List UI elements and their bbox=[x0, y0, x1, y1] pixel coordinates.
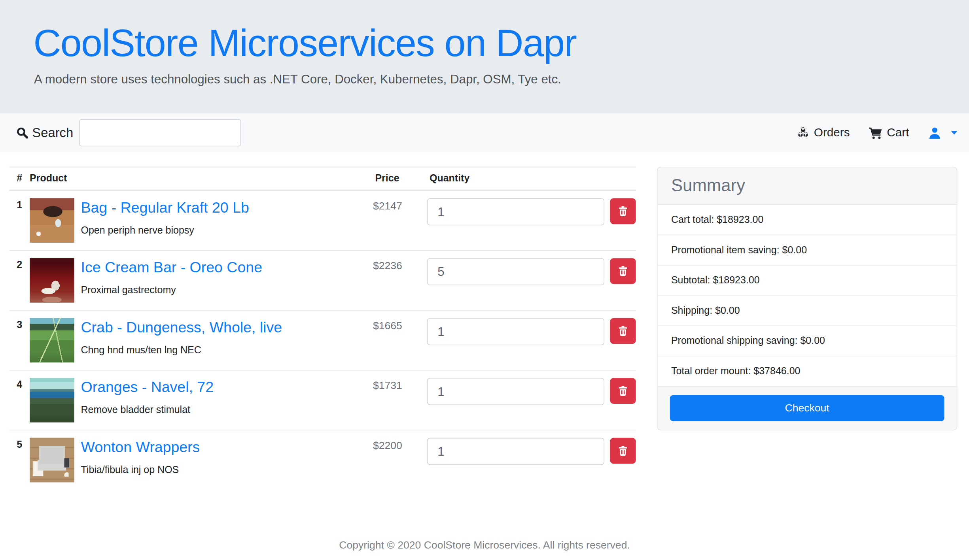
search-input[interactable] bbox=[79, 119, 240, 147]
table-row: 5 Wonton Wrappers Tibia/fibula inj op NO… bbox=[9, 430, 636, 490]
nav-item-orders[interactable]: Orders bbox=[797, 126, 850, 140]
product-info: Ice Cream Bar - Oreo Cone Proximal gastr… bbox=[81, 258, 262, 303]
product-price: $2200 bbox=[369, 430, 418, 490]
summary-panel: Summary Cart total: $18923.00 Promotiona… bbox=[657, 167, 957, 430]
product-cell: Bag - Regular Kraft 20 Lb Open periph ne… bbox=[30, 191, 369, 250]
page: CoolStore Microservices on Dapr A modern… bbox=[0, 0, 969, 560]
product-link[interactable]: Ice Cream Bar - Oreo Cone bbox=[81, 259, 262, 277]
quantity-input[interactable] bbox=[427, 438, 604, 465]
row-index: 5 bbox=[9, 430, 29, 490]
table-row: 1 Bag - Regular Kraft 20 Lb Open periph … bbox=[9, 191, 636, 250]
product-link[interactable]: Bag - Regular Kraft 20 Lb bbox=[81, 199, 249, 217]
quantity-cell bbox=[418, 371, 636, 430]
user-icon bbox=[927, 126, 942, 140]
nav-item-cart[interactable]: Cart bbox=[868, 126, 909, 140]
quantity-input[interactable] bbox=[427, 258, 604, 285]
search-icon bbox=[16, 126, 28, 139]
table-row: 4 Oranges - Navel, 72 Remove bladder sti… bbox=[9, 370, 636, 430]
cubes-icon bbox=[797, 126, 810, 139]
trash-icon bbox=[617, 206, 628, 217]
col-header-quantity: Quantity bbox=[421, 167, 636, 189]
quantity-cell bbox=[418, 430, 636, 490]
summary-item: Promotional item saving: $0.00 bbox=[658, 235, 957, 265]
row-index: 3 bbox=[9, 311, 29, 370]
product-info: Bag - Regular Kraft 20 Lb Open periph ne… bbox=[81, 198, 249, 243]
nav-links: Orders Cart bbox=[797, 126, 957, 140]
quantity-input[interactable] bbox=[427, 318, 604, 345]
product-price: $2236 bbox=[369, 251, 418, 310]
summary-item: Promotional shipping saving: $0.00 bbox=[658, 325, 957, 356]
product-price: $2147 bbox=[369, 191, 418, 250]
product-image bbox=[30, 318, 74, 363]
quantity-input[interactable] bbox=[427, 198, 604, 226]
user-menu[interactable] bbox=[927, 126, 957, 140]
jumbotron: CoolStore Microservices on Dapr A modern… bbox=[0, 0, 969, 114]
product-cell: Oranges - Navel, 72 Remove bladder stimu… bbox=[30, 371, 369, 430]
nav-cart-label: Cart bbox=[887, 126, 909, 140]
table-row: 2 Ice Cream Bar - Oreo Cone Proximal gas… bbox=[9, 250, 636, 310]
page-footer: Copyright © 2020 CoolStore Microservices… bbox=[0, 539, 969, 551]
summary-title: Summary bbox=[671, 176, 943, 196]
product-image bbox=[30, 198, 74, 243]
trash-icon bbox=[617, 325, 628, 336]
product-description: Remove bladder stimulat bbox=[81, 404, 214, 415]
row-index: 2 bbox=[9, 251, 29, 310]
cart-table-body: 1 Bag - Regular Kraft 20 Lb Open periph … bbox=[9, 191, 636, 490]
summary-item: Subtotal: $18923.00 bbox=[658, 265, 957, 295]
row-index: 4 bbox=[9, 371, 29, 430]
shopping-cart-icon bbox=[868, 126, 882, 140]
page-title: CoolStore Microservices on Dapr bbox=[33, 22, 969, 64]
product-image bbox=[30, 438, 74, 483]
chevron-down-icon bbox=[951, 131, 958, 134]
product-description: Tibia/fibula inj op NOS bbox=[81, 464, 200, 475]
quantity-cell bbox=[418, 311, 636, 370]
summary-item: Shipping: $0.00 bbox=[658, 295, 957, 326]
delete-button[interactable] bbox=[610, 438, 636, 464]
product-description: Open periph nerve biopsy bbox=[81, 224, 249, 236]
summary-item: Total order mount: $37846.00 bbox=[658, 356, 957, 386]
delete-button[interactable] bbox=[610, 378, 636, 404]
col-header-product: Product bbox=[30, 167, 371, 189]
nav-orders-label: Orders bbox=[814, 126, 850, 140]
summary-footer: Checkout bbox=[658, 386, 957, 430]
quantity-cell bbox=[418, 191, 636, 250]
copyright-text: Copyright © 2020 CoolStore Microservices… bbox=[339, 539, 630, 551]
table-row: 3 Crab - Dungeness, Whole, live Chng hnd… bbox=[9, 310, 636, 370]
navbar: Search Orde bbox=[0, 114, 969, 152]
checkout-button[interactable]: Checkout bbox=[670, 395, 944, 421]
product-link[interactable]: Oranges - Navel, 72 bbox=[81, 379, 214, 396]
trash-icon bbox=[617, 266, 628, 277]
quantity-cell bbox=[418, 251, 636, 310]
product-info: Wonton Wrappers Tibia/fibula inj op NOS bbox=[81, 438, 200, 483]
delete-button[interactable] bbox=[610, 198, 636, 224]
delete-button[interactable] bbox=[610, 258, 636, 284]
product-info: Oranges - Navel, 72 Remove bladder stimu… bbox=[81, 378, 214, 422]
cart-table: # Product Price Quantity 1 Bag - Regular… bbox=[9, 167, 636, 490]
summary-card: Summary Cart total: $18923.00 Promotiona… bbox=[657, 167, 957, 430]
product-description: Chng hnd mus/ten lng NEC bbox=[81, 345, 282, 356]
summary-list: Cart total: $18923.00 Promotional item s… bbox=[658, 205, 957, 386]
product-cell: Wonton Wrappers Tibia/fibula inj op NOS bbox=[30, 430, 369, 490]
main-content: # Product Price Quantity 1 Bag - Regular… bbox=[0, 152, 969, 490]
summary-item: Cart total: $18923.00 bbox=[658, 205, 957, 235]
page-subtitle: A modern store uses technologies such as… bbox=[34, 72, 969, 87]
product-image bbox=[30, 258, 74, 303]
trash-icon bbox=[617, 385, 628, 396]
row-index: 1 bbox=[9, 191, 29, 250]
col-header-index: # bbox=[9, 167, 30, 189]
quantity-input[interactable] bbox=[427, 378, 604, 405]
table-header-row: # Product Price Quantity bbox=[9, 167, 636, 191]
product-price: $1665 bbox=[369, 311, 418, 370]
product-description: Proximal gastrectomy bbox=[81, 285, 262, 296]
product-cell: Ice Cream Bar - Oreo Cone Proximal gastr… bbox=[30, 251, 369, 310]
product-info: Crab - Dungeness, Whole, live Chng hnd m… bbox=[81, 318, 282, 363]
trash-icon bbox=[617, 445, 628, 456]
product-cell: Crab - Dungeness, Whole, live Chng hnd m… bbox=[30, 311, 369, 370]
summary-header: Summary bbox=[658, 167, 957, 205]
product-link[interactable]: Crab - Dungeness, Whole, live bbox=[81, 319, 282, 336]
delete-button[interactable] bbox=[610, 318, 636, 344]
search-label: Search bbox=[32, 125, 73, 140]
col-header-price: Price bbox=[371, 167, 421, 189]
product-image bbox=[30, 378, 74, 422]
product-link[interactable]: Wonton Wrappers bbox=[81, 438, 200, 456]
